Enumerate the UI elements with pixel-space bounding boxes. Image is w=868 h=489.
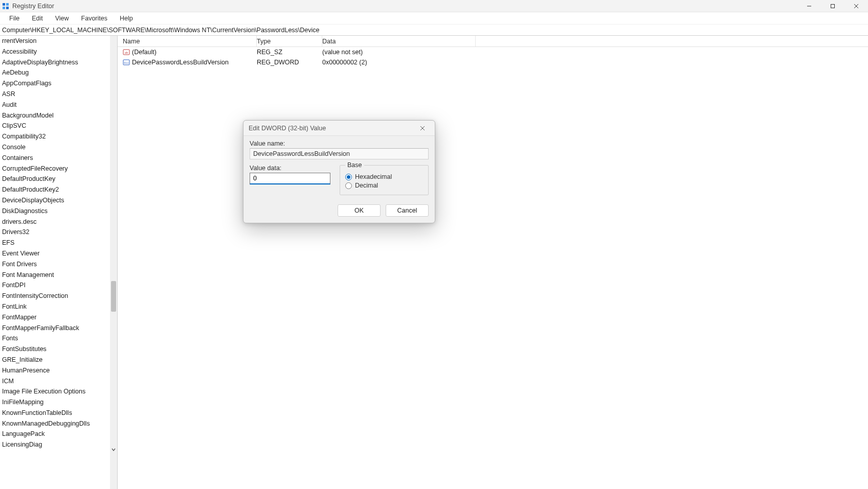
key-tree[interactable]: rrentVersionAccessibilityAdaptiveDisplay… — [0, 36, 118, 489]
value-data: (value not set) — [322, 49, 476, 56]
tree-item[interactable]: IniFileMapping — [1, 397, 117, 408]
value-name-field[interactable] — [250, 148, 429, 159]
value-data: 0x00000002 (2) — [322, 59, 476, 66]
app-title: Registry Editor — [12, 3, 54, 10]
tree-item[interactable]: Compatibility32 — [1, 131, 117, 142]
value-name: DevicePasswordLessBuildVersion — [132, 59, 229, 66]
tree-item[interactable]: ICM — [1, 376, 117, 387]
tree-item[interactable]: KnownManagedDebuggingDlls — [1, 418, 117, 429]
address-path: Computer\HKEY_LOCAL_MACHINE\SOFTWARE\Mic… — [2, 27, 320, 34]
tree-item[interactable]: KnownFunctionTableDlls — [1, 408, 117, 418]
value-name-label: Value name: — [250, 140, 429, 147]
registry-editor-icon — [2, 3, 9, 10]
tree-item[interactable]: FontDPI — [1, 280, 117, 291]
menu-view[interactable]: View — [49, 13, 75, 24]
value-name: (Default) — [132, 49, 157, 56]
tree-item[interactable]: LicensingDiag — [1, 439, 117, 450]
radio-dec-label: Decimal — [355, 182, 378, 189]
base-fieldset: Base Hexadecimal Decimal — [340, 161, 429, 195]
close-button[interactable] — [844, 0, 868, 12]
base-legend: Base — [345, 161, 364, 169]
window-controls — [797, 0, 868, 12]
tree-item[interactable]: EFS — [1, 238, 117, 248]
tree-item[interactable]: AdaptiveDisplayBrightness — [1, 57, 117, 68]
value-type: REG_SZ — [257, 49, 322, 56]
address-bar[interactable]: Computer\HKEY_LOCAL_MACHINE\SOFTWARE\Mic… — [0, 25, 868, 36]
menu-favorites[interactable]: Favorites — [75, 13, 114, 24]
cancel-button[interactable]: Cancel — [386, 204, 429, 217]
tree-item[interactable]: Image File Execution Options — [1, 386, 117, 397]
svg-rect-1 — [6, 3, 9, 6]
tree-item[interactable]: FontSubstitutes — [1, 344, 117, 355]
radio-dec-indicator — [345, 182, 352, 189]
svg-text:011: 011 — [124, 61, 129, 64]
minimize-button[interactable] — [797, 0, 821, 12]
svg-rect-2 — [3, 7, 5, 9]
dialog-close-button[interactable] — [415, 121, 430, 135]
scrollbar-down-arrow[interactable] — [110, 446, 117, 453]
tree-item[interactable]: DiskDiagnostics — [1, 206, 117, 217]
tree-item[interactable]: Event Viewer — [1, 248, 117, 259]
binary-value-icon: 011 — [123, 59, 130, 66]
list-header: Name Type Data — [118, 36, 868, 47]
tree-item[interactable]: Font Management — [1, 270, 117, 281]
tree-item[interactable]: GRE_Initialize — [1, 355, 117, 365]
tree-item[interactable]: CorruptedFileRecovery — [1, 164, 117, 174]
tree-item[interactable]: Fonts — [1, 333, 117, 344]
column-header-type[interactable]: Type — [257, 36, 322, 46]
tree-item[interactable]: Containers — [1, 153, 117, 164]
radio-decimal[interactable]: Decimal — [345, 182, 423, 189]
value-type: REG_DWORD — [257, 59, 322, 66]
value-list: Name Type Data ab(Default)REG_SZ(value n… — [118, 36, 868, 489]
tree-item[interactable]: drivers.desc — [1, 217, 117, 227]
menu-file[interactable]: File — [3, 13, 26, 24]
menu-edit[interactable]: Edit — [26, 13, 49, 24]
tree-item[interactable]: ClipSVC — [1, 121, 117, 131]
tree-item[interactable]: DefaultProductKey — [1, 174, 117, 184]
ok-button[interactable]: OK — [338, 204, 381, 217]
scrollbar-thumb[interactable] — [111, 281, 116, 312]
svg-rect-3 — [6, 7, 9, 9]
tree-item[interactable]: rrentVersion — [1, 36, 117, 46]
tree-scrollbar[interactable] — [110, 36, 117, 489]
maximize-button[interactable] — [821, 0, 844, 12]
svg-rect-0 — [3, 3, 5, 6]
tree-item[interactable]: Accessibility — [1, 46, 117, 57]
tree-item[interactable]: AppCompatFlags — [1, 78, 117, 89]
tree-item[interactable]: HumanPresence — [1, 365, 117, 376]
tree-item[interactable]: ASR — [1, 89, 117, 100]
tree-item[interactable]: LanguagePack — [1, 429, 117, 439]
tree-item[interactable]: Font Drivers — [1, 259, 117, 270]
menubar: File Edit View Favorites Help — [0, 12, 868, 25]
radio-hexadecimal[interactable]: Hexadecimal — [345, 173, 423, 180]
tree-item[interactable]: FontMapperFamilyFallback — [1, 323, 117, 334]
tree-item[interactable]: AeDebug — [1, 67, 117, 78]
tree-item[interactable]: DeviceDisplayObjects — [1, 195, 117, 206]
tree-item[interactable]: BackgroundModel — [1, 110, 117, 121]
value-data-label: Value data: — [250, 165, 330, 172]
tree-item[interactable]: Drivers32 — [1, 227, 117, 238]
tree-item[interactable]: DefaultProductKey2 — [1, 184, 117, 195]
column-header-name[interactable]: Name — [118, 36, 257, 46]
dialog-title-text: Edit DWORD (32-bit) Value — [249, 125, 326, 132]
edit-dword-dialog: Edit DWORD (32-bit) Value Value name: Va… — [243, 120, 435, 223]
main-split: rrentVersionAccessibilityAdaptiveDisplay… — [0, 36, 868, 489]
radio-hex-indicator — [345, 174, 352, 180]
list-row[interactable]: 011DevicePasswordLessBuildVersionREG_DWO… — [118, 57, 868, 67]
tree-item[interactable]: FontIntensityCorrection — [1, 291, 117, 301]
value-data-field[interactable] — [250, 173, 330, 184]
column-header-data[interactable]: Data — [322, 36, 476, 46]
list-row[interactable]: ab(Default)REG_SZ(value not set) — [118, 47, 868, 57]
svg-text:ab: ab — [125, 51, 128, 55]
tree-item[interactable]: FontMapper — [1, 312, 117, 323]
dialog-titlebar[interactable]: Edit DWORD (32-bit) Value — [243, 121, 435, 136]
titlebar: Registry Editor — [0, 0, 868, 12]
menu-help[interactable]: Help — [114, 13, 139, 24]
tree-item[interactable]: FontLink — [1, 301, 117, 312]
string-value-icon: ab — [123, 49, 130, 56]
dialog-body: Value name: Value data: Base Hexadecimal… — [243, 136, 435, 223]
radio-hex-label: Hexadecimal — [355, 173, 392, 180]
tree-item[interactable]: Audit — [1, 100, 117, 110]
tree-item[interactable]: Console — [1, 142, 117, 153]
svg-rect-5 — [831, 4, 835, 8]
